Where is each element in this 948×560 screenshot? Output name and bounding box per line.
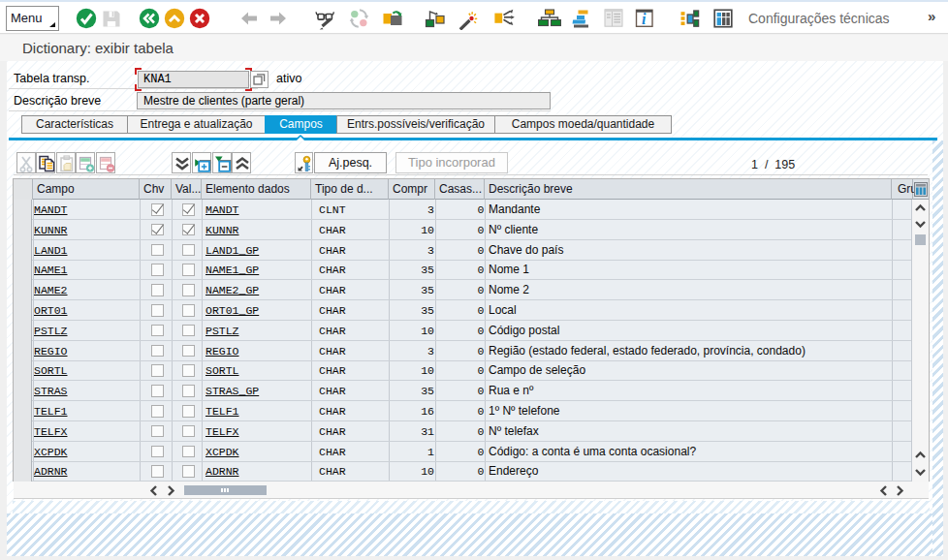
svg-text:i: i — [642, 11, 647, 27]
